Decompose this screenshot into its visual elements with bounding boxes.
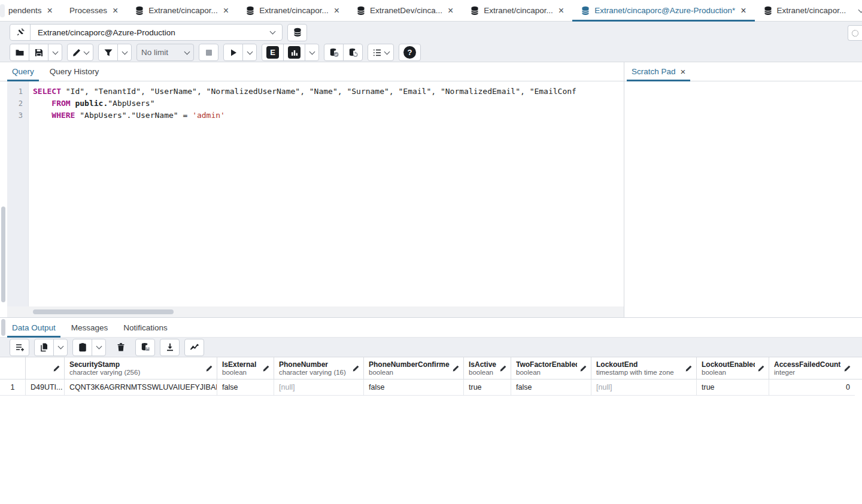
column-header-clipped[interactable] xyxy=(26,357,65,379)
window-tab-query-4[interactable]: Extranet/cincapor... × xyxy=(462,0,572,21)
cell-accessfailedcount[interactable]: 0 xyxy=(769,379,855,396)
column-header-lockoutend[interactable]: LockoutEndtimestamp with time zone xyxy=(591,357,697,379)
cell-lockoutend[interactable]: [null] xyxy=(591,379,697,396)
tab-query[interactable]: Query xyxy=(12,62,34,81)
graph-visualiser-button[interactable] xyxy=(184,339,204,356)
explain-options-dropdown[interactable] xyxy=(305,44,319,61)
filter-options-dropdown[interactable] xyxy=(117,44,132,61)
macros-button[interactable] xyxy=(368,44,394,61)
edit-cell-icon[interactable] xyxy=(499,365,507,372)
tab-messages[interactable]: Messages xyxy=(71,318,108,337)
paste-options-dropdown[interactable] xyxy=(92,339,106,356)
scratch-pad-body[interactable] xyxy=(624,81,862,317)
window-tab-query-1[interactable]: Extranet/cincapor... × xyxy=(126,0,237,21)
column-header-securitystamp[interactable]: SecurityStampcharacter varying (256) xyxy=(65,357,217,379)
rollback-button[interactable] xyxy=(343,44,363,61)
delete-rows-button[interactable] xyxy=(111,339,130,356)
edit-cell-icon[interactable] xyxy=(579,365,587,372)
window-tab-processes[interactable]: Processes × xyxy=(61,0,126,21)
copy-button[interactable] xyxy=(34,339,54,356)
execute-options-dropdown[interactable] xyxy=(242,44,257,61)
cell-isactive[interactable]: true xyxy=(464,379,511,396)
panel-layout-button[interactable] xyxy=(848,25,862,41)
scrollbar-thumb[interactable] xyxy=(1,207,5,302)
close-icon[interactable]: × xyxy=(334,6,339,16)
tab-notifications[interactable]: Notifications xyxy=(123,318,168,337)
edit-cell-icon[interactable] xyxy=(53,365,60,372)
scrollbar-thumb[interactable] xyxy=(1,319,5,336)
cell-phonenumberconfirmed[interactable]: false xyxy=(364,379,464,396)
row-number-header[interactable] xyxy=(0,357,26,379)
connection-status-button[interactable] xyxy=(10,25,31,40)
explain-button[interactable]: E xyxy=(262,44,284,61)
cell-lockoutenabled[interactable]: true xyxy=(697,379,769,396)
cell-phonenumber[interactable]: [null] xyxy=(274,379,364,396)
close-icon[interactable]: × xyxy=(113,6,118,16)
close-icon[interactable]: × xyxy=(740,6,746,16)
column-header-phonenumberconfirmed[interactable]: PhoneNumberConfirmedboolean xyxy=(364,357,464,379)
commit-button[interactable] xyxy=(324,44,344,61)
help-button[interactable]: ? xyxy=(399,44,421,61)
window-tab-query-5[interactable]: Extranet/cincapor... xyxy=(755,0,855,21)
add-row-button[interactable] xyxy=(10,339,29,356)
tab-notifications-label: Notifications xyxy=(123,323,168,332)
tab-scratch-pad[interactable]: Scratch Pad × xyxy=(632,62,685,81)
edit-cell-icon[interactable] xyxy=(757,365,765,372)
tab-overflow-chevron-icon[interactable] xyxy=(858,7,862,13)
row-limit-select[interactable]: No limit xyxy=(136,44,194,61)
column-header-phonenumber[interactable]: PhoneNumbercharacter varying (16) xyxy=(274,357,364,379)
close-icon[interactable]: × xyxy=(448,6,453,16)
scrollbar-thumb[interactable] xyxy=(33,309,174,314)
save-options-dropdown[interactable] xyxy=(48,44,62,61)
cell-securitystamp[interactable]: CQNT3K6AGRRNMTSSWLUVAIUEFYJIBADW xyxy=(65,379,217,396)
database-icon xyxy=(356,6,366,16)
close-icon[interactable]: × xyxy=(47,6,53,16)
database-icon xyxy=(470,6,479,16)
cell-clipped[interactable]: D49UTI... xyxy=(26,379,65,396)
edit-cell-icon[interactable] xyxy=(452,365,460,372)
chevron-down-icon xyxy=(84,48,90,54)
edit-cell-icon[interactable] xyxy=(843,365,851,372)
filter-button[interactable] xyxy=(98,44,118,61)
sql-editor[interactable]: 1 2 3 SELECT "Id", "TenantId", "UserName… xyxy=(0,81,624,306)
close-icon[interactable]: × xyxy=(559,6,564,16)
column-header-isactive[interactable]: IsActiveboolean xyxy=(464,357,511,379)
sql-code[interactable]: SELECT "Id", "TenantId", "UserName", "No… xyxy=(29,81,624,306)
tab-data-output[interactable]: Data Output xyxy=(12,318,56,337)
window-tab-query-2[interactable]: Extranet/cincapor... × xyxy=(237,0,348,21)
cancel-query-button[interactable] xyxy=(199,44,218,61)
edit-cell-icon[interactable] xyxy=(262,365,270,372)
save-data-changes-button[interactable] xyxy=(135,339,155,356)
column-header-accessfailedcount[interactable]: AccessFailedCountinteger xyxy=(769,357,855,379)
explain-analyze-button[interactable] xyxy=(283,44,305,61)
save-results-button[interactable] xyxy=(160,339,180,356)
cell-isexternal[interactable]: false xyxy=(217,379,274,396)
window-tab-dependents[interactable]: pendents × xyxy=(8,0,61,21)
edit-cell-icon[interactable] xyxy=(205,365,213,372)
edit-cell-icon[interactable] xyxy=(685,365,693,372)
copy-options-dropdown[interactable] xyxy=(53,339,68,356)
column-header-isexternal[interactable]: IsExternalboolean xyxy=(217,357,274,379)
execute-query-button[interactable] xyxy=(223,44,243,61)
new-connection-button[interactable] xyxy=(287,24,307,41)
chevron-down-icon xyxy=(52,48,58,54)
edit-dropdown-button[interactable] xyxy=(67,44,93,61)
window-tab-active[interactable]: Extranet/cincaporc@Azure-Production* × xyxy=(572,0,754,21)
tab-query-history[interactable]: Query History xyxy=(50,62,99,81)
paste-button[interactable] xyxy=(72,339,92,356)
scratch-pad-panel: Scratch Pad × xyxy=(624,62,862,317)
tab-messages-label: Messages xyxy=(71,323,108,332)
editor-horizontal-scrollbar[interactable] xyxy=(7,306,624,317)
open-file-button[interactable] xyxy=(10,44,29,61)
cell-twofactorenabled[interactable]: false xyxy=(511,379,591,396)
close-icon[interactable]: × xyxy=(681,66,686,77)
edit-cell-icon[interactable] xyxy=(352,365,360,372)
close-icon[interactable]: × xyxy=(223,6,229,16)
connection-select[interactable]: Extranet/cincaporc@Azure-Production xyxy=(31,25,282,40)
window-tab-query-3[interactable]: ExtranetDev/cinca... × xyxy=(348,0,462,21)
column-header-lockoutenabled[interactable]: LockoutEnabledboolean xyxy=(697,357,769,379)
row-number-cell[interactable]: 1 xyxy=(0,379,26,396)
window-scrollbar[interactable] xyxy=(0,81,7,306)
save-file-button[interactable] xyxy=(29,44,48,61)
column-header-twofactorenabled[interactable]: TwoFactorEnabledboolean xyxy=(511,357,591,379)
